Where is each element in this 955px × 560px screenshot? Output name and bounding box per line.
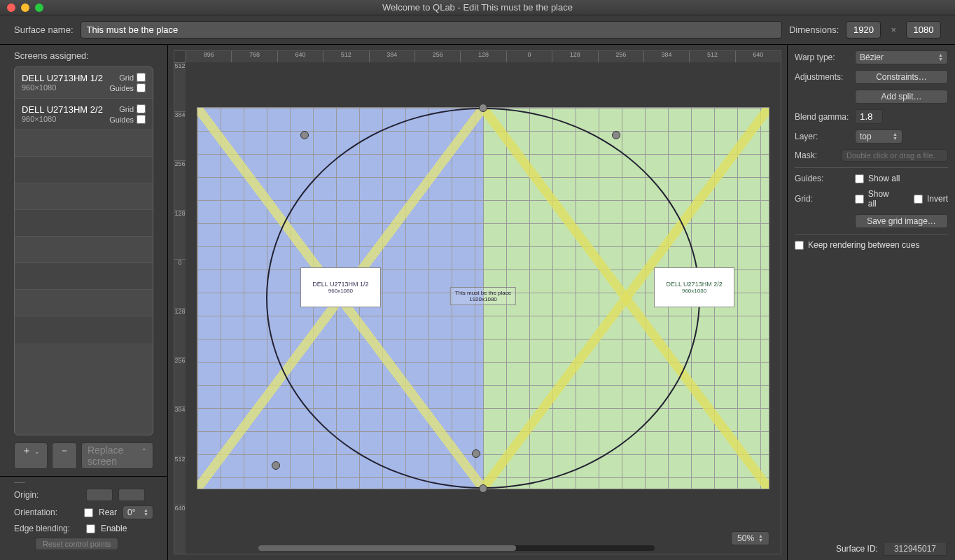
monitor-label: DELL U2713HM 1/2960x1080 bbox=[300, 267, 381, 307]
control-handle[interactable] bbox=[300, 131, 309, 139]
screen-name: DELL U2713HM 1/2 bbox=[22, 73, 103, 83]
warp-type-label: Warp type: bbox=[795, 52, 851, 62]
rear-label: Rear bbox=[99, 507, 117, 517]
screen-row-empty bbox=[15, 210, 153, 237]
guides-checkbox[interactable] bbox=[137, 83, 146, 92]
screen-row-empty bbox=[15, 157, 153, 183]
grid-toggle-label: Grid bbox=[119, 74, 134, 82]
window-titlebar: Welcome to QLab - Edit This must be the … bbox=[0, 0, 955, 15]
guides-showall-checkbox[interactable] bbox=[855, 174, 864, 183]
replace-screen-select[interactable]: Replace screen⌄ bbox=[81, 442, 153, 469]
surface-id-value: 312945017 bbox=[884, 542, 947, 556]
origin-y-input[interactable] bbox=[118, 489, 145, 501]
horizontal-scrollbar[interactable] bbox=[258, 545, 655, 551]
screen-row-empty bbox=[15, 130, 153, 157]
guides-section-label: Guides: bbox=[795, 174, 851, 183]
grid-section-label: Grid: bbox=[795, 194, 851, 204]
screen-res: 960×1080 bbox=[22, 83, 103, 92]
add-split-button[interactable]: Add split… bbox=[855, 90, 948, 104]
height-input[interactable] bbox=[906, 21, 941, 38]
ruler-horizontal: 8967686405123842561280128256384512640 bbox=[186, 51, 781, 62]
screen-name: DELL U2713HM 2/2 bbox=[22, 104, 103, 115]
width-input[interactable] bbox=[846, 21, 881, 38]
invert-checkbox[interactable] bbox=[914, 195, 923, 204]
screen-row-empty bbox=[15, 316, 153, 343]
grid-checkbox[interactable] bbox=[137, 73, 146, 82]
grid-checkbox[interactable] bbox=[137, 104, 146, 113]
screen-row[interactable]: DELL U2713HM 1/2 960×1080 Grid Guides bbox=[15, 67, 153, 99]
screen-list: DELL U2713HM 1/2 960×1080 Grid Guides DE… bbox=[14, 66, 153, 435]
show-all-label: Show all bbox=[868, 189, 900, 209]
adjustments-label: Adjustments: bbox=[795, 72, 851, 82]
warp-type-select[interactable]: Bézier▲▼ bbox=[855, 50, 948, 64]
chevron-down-icon: ⌄ bbox=[141, 444, 147, 467]
control-handle[interactable] bbox=[272, 461, 280, 470]
blend-gamma-input[interactable] bbox=[855, 109, 883, 124]
screen-row-empty bbox=[15, 183, 153, 210]
enable-label: Enable bbox=[101, 524, 127, 533]
surface-id-label: Surface ID: bbox=[836, 544, 878, 554]
zoom-control[interactable]: 50%▲▼ bbox=[731, 531, 769, 545]
divider bbox=[14, 482, 25, 483]
mask-input[interactable] bbox=[842, 149, 948, 162]
guides-toggle-label: Guides bbox=[109, 84, 134, 92]
control-handle[interactable] bbox=[479, 104, 487, 112]
chevron-down-icon: ⌄ bbox=[34, 448, 40, 455]
screen-row-empty bbox=[15, 290, 153, 316]
stepper-icon[interactable]: ▲▼ bbox=[758, 534, 763, 542]
window-title: Welcome to QLab - Edit This must be the … bbox=[0, 2, 955, 13]
origin-x-input[interactable] bbox=[86, 489, 113, 501]
constraints-button[interactable]: Constraints… bbox=[855, 70, 948, 84]
monitor-label: DELL U2713HM 2/2960x1080 bbox=[654, 267, 734, 307]
edge-blending-label: Edge blending: bbox=[14, 524, 81, 533]
layer-label: Layer: bbox=[795, 132, 851, 141]
dimensions-label: Dimensions: bbox=[789, 24, 839, 35]
mask-label: Mask: bbox=[795, 150, 837, 160]
blend-gamma-label: Blend gamma: bbox=[795, 112, 851, 122]
control-handle[interactable] bbox=[612, 131, 620, 139]
layer-select[interactable]: top▲▼ bbox=[855, 130, 902, 144]
invert-label: Invert bbox=[927, 194, 948, 204]
add-screen-button[interactable]: ＋ ⌄ bbox=[14, 442, 48, 469]
times-icon: × bbox=[888, 24, 899, 35]
screen-res: 960×1080 bbox=[22, 115, 103, 123]
angle-select[interactable]: 0°▲▼ bbox=[123, 505, 153, 519]
show-all-label: Show all bbox=[868, 174, 900, 183]
guides-checkbox[interactable] bbox=[137, 115, 146, 124]
control-handle[interactable] bbox=[479, 484, 487, 493]
grid-showall-checkbox[interactable] bbox=[855, 195, 864, 204]
surface-label: This must be the place1920x1080 bbox=[450, 287, 516, 305]
keep-rendering-checkbox[interactable] bbox=[795, 241, 804, 250]
surface-name-label: Surface name: bbox=[14, 24, 74, 35]
rear-checkbox[interactable] bbox=[84, 508, 93, 517]
screens-assigned-label: Screens assigned: bbox=[0, 45, 167, 66]
screen-row-empty bbox=[15, 237, 153, 263]
keep-rendering-label: Keep rendering between cues bbox=[808, 240, 919, 250]
guides-toggle-label: Guides bbox=[109, 115, 134, 124]
grid-toggle-label: Grid bbox=[119, 105, 134, 113]
screen-row-empty bbox=[15, 263, 153, 290]
enable-checkbox[interactable] bbox=[86, 524, 95, 533]
ruler-vertical: 5123842561280128256384512640 bbox=[174, 62, 186, 554]
surface-canvas[interactable]: 8967686405123842561280128256384512640 51… bbox=[174, 50, 781, 554]
screen-row[interactable]: DELL U2713HM 2/2 960×1080 Grid Guides bbox=[15, 99, 153, 130]
save-grid-image-button[interactable]: Save grid image… bbox=[855, 214, 948, 228]
remove-screen-button[interactable]: － bbox=[52, 442, 77, 469]
surface-name-input[interactable] bbox=[81, 21, 782, 38]
origin-label: Origin: bbox=[14, 490, 81, 500]
orientation-label: Orientation: bbox=[14, 507, 78, 517]
reset-control-points-button[interactable]: Reset control points bbox=[35, 538, 118, 550]
